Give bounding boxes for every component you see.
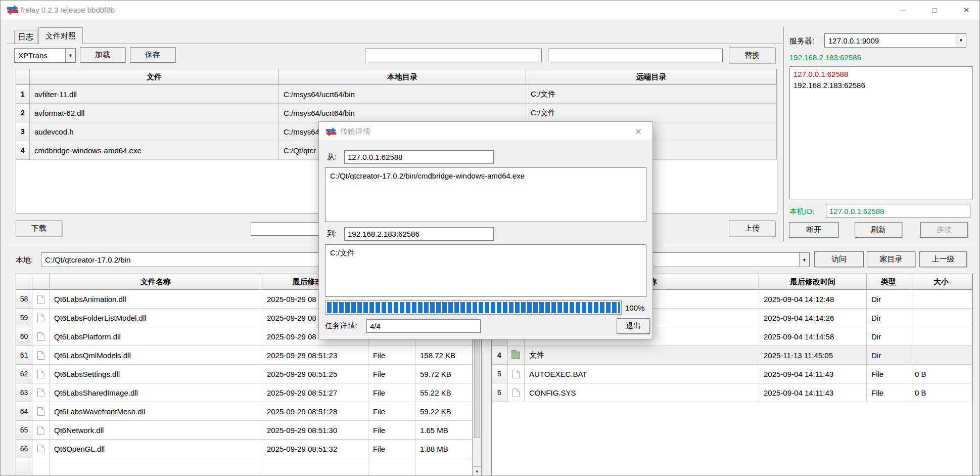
find-input[interactable] [365, 49, 542, 62]
row-number[interactable]: 2 [16, 104, 30, 122]
local-id-input[interactable] [826, 204, 970, 218]
exit-button[interactable]: 退出 [617, 318, 650, 334]
replace-input[interactable] [548, 49, 723, 62]
compare-row[interactable]: 2 avformat-62.dll C:/msys64/ucrt64/bin C… [16, 104, 777, 122]
cell-name[interactable]: Qt6LabsSettings.dll [50, 365, 262, 383]
cell-mtime[interactable]: 2025-09-29 08:51:30 [262, 421, 368, 440]
upload-button[interactable]: 上传 [729, 221, 775, 236]
table-row[interactable]: 63 Qt6LabsSharedImage.dll 2025-09-29 08:… [16, 383, 481, 402]
cell-type[interactable]: Dir [867, 346, 910, 365]
connect-button[interactable]: 连接 [920, 222, 968, 238]
header-size[interactable]: 大小 [910, 274, 972, 290]
refresh-button[interactable]: 刷新 [855, 222, 902, 238]
home-dir-button[interactable]: 家目录 [867, 251, 915, 267]
row-number[interactable]: 66 [16, 440, 32, 458]
cell-name[interactable]: CONFIG.SYS [525, 383, 759, 402]
cell-mtime[interactable]: 2025-09-04 14:11:43 [759, 365, 867, 383]
cell-size[interactable]: 158.72 KB [415, 346, 473, 365]
dialog-close-icon[interactable]: ✕ [631, 125, 645, 138]
header-mtime[interactable]: 最后修改时间 [759, 274, 867, 290]
cell-size[interactable] [910, 327, 972, 346]
cell-remote[interactable]: C:/文件 [526, 104, 777, 122]
cell-mtime[interactable]: 2025-09-29 08:51:28 [262, 402, 368, 421]
cell-size[interactable]: 0 B [910, 365, 972, 383]
row-number[interactable]: 4 [16, 141, 30, 160]
peer-item[interactable]: 127.0.0.1:62588 [794, 68, 969, 79]
scroll-down-icon[interactable]: ▼ [473, 466, 481, 476]
compare-row[interactable]: 1 avfilter-11.dll C:/msys64/ucrt64/bin C… [16, 85, 777, 104]
cell-mtime[interactable]: 2025-09-04 14:14:26 [759, 309, 867, 327]
cell-file[interactable]: cmdbridge-windows-amd64.exe [30, 141, 279, 160]
row-number[interactable]: 1 [16, 85, 30, 104]
from-files-list[interactable]: C:/Qt/qtcreator-17.0.2/bin/cmdbridge-win… [325, 167, 646, 222]
replace-button[interactable]: 替换 [729, 48, 775, 63]
cell-size[interactable] [910, 346, 972, 365]
cell-mtime[interactable]: 2025-09-29 08:51:23 [262, 346, 368, 365]
cell-name[interactable]: Qt6LabsPlatform.dll [50, 327, 262, 346]
cell-type[interactable]: File [368, 421, 415, 440]
cell-name[interactable]: 文件 [525, 346, 759, 365]
to-input[interactable] [344, 227, 494, 241]
row-number[interactable]: 61 [16, 346, 32, 365]
cell-type[interactable]: Dir [867, 290, 910, 309]
cell-name[interactable]: AUTOEXEC.BAT [525, 365, 759, 383]
cell-size[interactable]: 0 B [910, 383, 972, 402]
cell-size[interactable]: 59.22 KB [415, 402, 473, 421]
header-local-dir[interactable]: 本地目录 [279, 69, 526, 85]
tab-file-compare[interactable]: 文件对照 [38, 27, 83, 44]
download-button[interactable]: 下载 [16, 221, 62, 236]
row-number[interactable]: 65 [16, 421, 32, 440]
cell-mtime[interactable]: 2025-09-29 08:51:25 [262, 365, 368, 383]
cell-mtime[interactable]: 2025-09-04 14:12:48 [759, 290, 867, 309]
table-row[interactable]: 64 Qt6LabsWavefrontMesh.dll 2025-09-29 0… [16, 402, 481, 421]
maximize-button[interactable]: □ [922, 1, 947, 19]
row-number[interactable]: 62 [16, 365, 32, 383]
visit-button[interactable]: 访问 [814, 251, 864, 267]
header-type[interactable]: 类型 [867, 274, 910, 290]
disconnect-button[interactable]: 断开 [789, 222, 838, 238]
cell-file[interactable]: avformat-62.dll [30, 104, 279, 122]
cell-file[interactable]: audevcod.h [30, 122, 279, 141]
cell-size[interactable] [910, 309, 972, 327]
chevron-down-icon[interactable]: ▼ [799, 253, 809, 267]
table-row[interactable]: 62 Qt6LabsSettings.dll 2025-09-29 08:51:… [16, 365, 481, 383]
cell-local[interactable]: C:/msys64/ucrt64/bin [279, 104, 526, 122]
header-file[interactable]: 文件 [30, 69, 279, 85]
cell-type[interactable]: File [368, 383, 415, 402]
close-button[interactable]: ✕ [954, 1, 979, 19]
cell-type[interactable]: File [368, 440, 415, 458]
cell-local[interactable]: C:/msys64/ucrt64/bin [279, 85, 526, 104]
preset-combobox[interactable]: XPTrans ▼ [14, 48, 76, 63]
table-row[interactable]: 61 Qt6LabsQmlModels.dll 2025-09-29 08:51… [16, 346, 481, 365]
cell-size[interactable]: 59.72 KB [415, 365, 473, 383]
cell-mtime[interactable]: 2025-09-29 08:51:32 [262, 440, 368, 458]
cell-name[interactable]: Qt6LabsFolderListModel.dll [50, 309, 262, 327]
row-number[interactable]: 59 [16, 309, 32, 327]
cell-remote[interactable]: C:/文件 [526, 85, 777, 104]
cell-size[interactable]: 1.88 MB [415, 440, 473, 458]
chevron-down-icon[interactable]: ▼ [65, 49, 75, 62]
cell-type[interactable]: File [867, 365, 910, 383]
cell-name[interactable]: Qt6Network.dll [50, 421, 262, 440]
row-number[interactable]: 4 [492, 346, 507, 365]
row-number[interactable]: 5 [492, 365, 507, 383]
row-number[interactable]: 60 [16, 327, 32, 346]
from-input[interactable] [344, 150, 494, 164]
server-combobox[interactable]: 127.0.0.1:9009 ▼ [824, 33, 966, 48]
cell-size[interactable]: 55.22 KB [415, 383, 473, 402]
cell-mtime[interactable]: 2025-09-04 14:11:43 [759, 383, 867, 402]
cell-type[interactable]: Dir [867, 309, 910, 327]
cell-mtime[interactable]: 2025-11-13 11:45:05 [759, 346, 867, 365]
row-number[interactable]: 6 [492, 383, 507, 402]
row-number[interactable]: 64 [16, 402, 32, 421]
cell-mtime[interactable]: 2025-09-29 08:51:27 [262, 383, 368, 402]
row-number[interactable]: 3 [16, 122, 30, 141]
minimize-button[interactable]: – [890, 1, 915, 19]
cell-name[interactable]: Qt6LabsAnimation.dll [50, 290, 262, 309]
cell-name[interactable]: Qt6LabsQmlModels.dll [50, 346, 262, 365]
cell-mtime[interactable]: 2025-09-04 14:14:58 [759, 327, 867, 346]
cell-file[interactable]: avfilter-11.dll [30, 85, 279, 104]
cell-type[interactable]: File [368, 402, 415, 421]
table-row[interactable]: 6 CONFIG.SYS 2025-09-04 14:11:43 File 0 … [492, 383, 972, 402]
chevron-down-icon[interactable]: ▼ [956, 34, 966, 47]
